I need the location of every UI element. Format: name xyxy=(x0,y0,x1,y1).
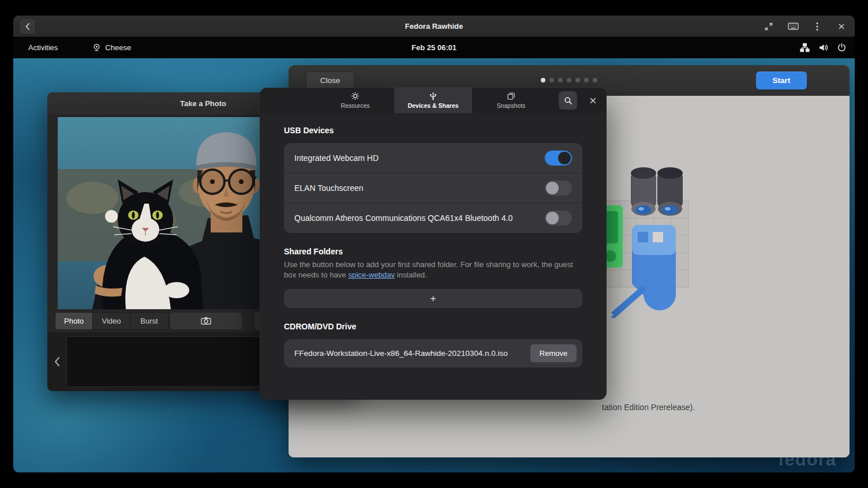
os-description-text: tation Edition Prerelease). xyxy=(602,403,695,412)
activities-button[interactable]: Activities xyxy=(24,41,62,54)
usb-device-row: ELAN Touchscreen xyxy=(284,173,582,203)
toggle-knob xyxy=(558,152,571,164)
desktop-wallpaper: fedora Close Start xyxy=(13,58,855,472)
close-icon xyxy=(589,96,597,105)
dialog-content: USB Devices Integrated Webcam HD ELAN To… xyxy=(284,113,582,400)
mode-burst-button[interactable]: Burst xyxy=(130,313,168,329)
plus-icon: + xyxy=(431,293,436,305)
page-dot xyxy=(584,78,589,82)
remove-iso-button[interactable]: Remove xyxy=(530,344,577,362)
page-dot xyxy=(541,78,545,82)
usb-device-name: ELAN Touchscreen xyxy=(294,183,545,193)
tab-snapshots[interactable]: Snapshots xyxy=(472,88,550,113)
description-text: installed. xyxy=(395,271,427,279)
usb-device-name: Integrated Webcam HD xyxy=(294,153,545,163)
page-dot xyxy=(567,78,571,82)
clock[interactable]: Feb 25 06:01 xyxy=(13,43,855,52)
shared-folders-heading: Shared Folders xyxy=(284,247,343,256)
usb-device-name: Qualcomm Atheros Communications QCA61x4 … xyxy=(294,213,545,223)
toggle-knob xyxy=(546,212,559,224)
window-title: Fedora Rawhide xyxy=(13,22,855,31)
cheese-app-icon xyxy=(92,43,101,52)
volume-icon[interactable] xyxy=(818,43,828,52)
vm-viewer-window: Fedora Rawhide Activities Cheese Feb 25 … xyxy=(13,16,855,472)
box-preferences-dialog: Resources Devices & Shares Snapshots xyxy=(260,88,607,400)
iso-file-name: FFedora-Workstation-Live-x86_64-Rawhide-… xyxy=(294,349,530,358)
usb-device-row: Qualcomm Atheros Communications QCA61x4 … xyxy=(284,203,582,233)
mode-photo-button[interactable]: Photo xyxy=(55,313,93,329)
wizard-start-button[interactable]: Start xyxy=(756,72,807,89)
close-window-icon[interactable] xyxy=(835,20,848,33)
boxes-artwork xyxy=(597,160,695,328)
cheese-title: Take a Photo xyxy=(180,99,226,108)
usb-device-toggle[interactable] xyxy=(545,211,572,226)
keyboard-icon[interactable] xyxy=(787,20,799,33)
usb-device-toggle[interactable] xyxy=(545,181,572,196)
usb-devices-list: Integrated Webcam HD ELAN Touchscreen Qu… xyxy=(284,143,582,233)
app-indicator-cheese[interactable]: Cheese xyxy=(92,43,131,52)
page-dot xyxy=(575,78,580,82)
tab-devices-shares[interactable]: Devices & Shares xyxy=(394,88,472,113)
gear-icon xyxy=(351,92,360,100)
titlebar: Fedora Rawhide xyxy=(13,16,855,37)
menu-kebab-icon[interactable] xyxy=(811,20,824,33)
shared-folders-description: Use the button below to add your first s… xyxy=(284,260,582,280)
usb-devices-heading: USB Devices xyxy=(284,126,334,135)
description-text: Use the button below to add your first s… xyxy=(284,260,573,279)
mode-video-button[interactable]: Video xyxy=(93,313,130,329)
page-dot xyxy=(558,78,563,82)
network-icon[interactable] xyxy=(800,43,810,52)
dialog-close-button[interactable] xyxy=(585,92,601,108)
usb-icon xyxy=(429,92,437,100)
capture-mode-segmented: Photo Video Burst xyxy=(55,312,169,330)
usb-device-row: Integrated Webcam HD xyxy=(284,143,582,173)
camera-shutter-icon xyxy=(200,317,212,325)
back-button[interactable] xyxy=(19,18,36,35)
tab-devices-shares-label: Devices & Shares xyxy=(407,102,458,109)
fullscreen-toggle-icon[interactable] xyxy=(762,20,775,33)
tab-resources[interactable]: Resources xyxy=(316,88,394,113)
cdrom-row: FFedora-Workstation-Live-x86_64-Rawhide-… xyxy=(284,339,582,367)
shell-top-bar: Activities Cheese Feb 25 06:01 xyxy=(13,37,855,58)
take-photo-button[interactable] xyxy=(170,312,242,330)
usb-device-toggle[interactable] xyxy=(545,151,572,166)
toggle-knob xyxy=(546,182,559,194)
cdrom-heading: CDROM/DVD Drive xyxy=(284,322,356,331)
search-button[interactable] xyxy=(559,91,577,110)
snapshots-layers-icon xyxy=(507,92,515,100)
back-chevron-icon xyxy=(23,22,32,31)
app-indicator-label: Cheese xyxy=(105,43,131,52)
spice-webdav-link[interactable]: spice-webdav xyxy=(348,271,395,279)
dialog-header: Resources Devices & Shares Snapshots xyxy=(260,88,607,113)
page-dot xyxy=(549,78,554,82)
tab-resources-label: Resources xyxy=(341,102,369,109)
gallery-prev-button[interactable] xyxy=(50,332,65,391)
add-shared-folder-button[interactable]: + xyxy=(284,289,582,308)
page-dot xyxy=(593,78,597,82)
search-icon xyxy=(564,96,573,105)
tab-snapshots-label: Snapshots xyxy=(497,102,526,109)
power-icon[interactable] xyxy=(837,43,847,52)
